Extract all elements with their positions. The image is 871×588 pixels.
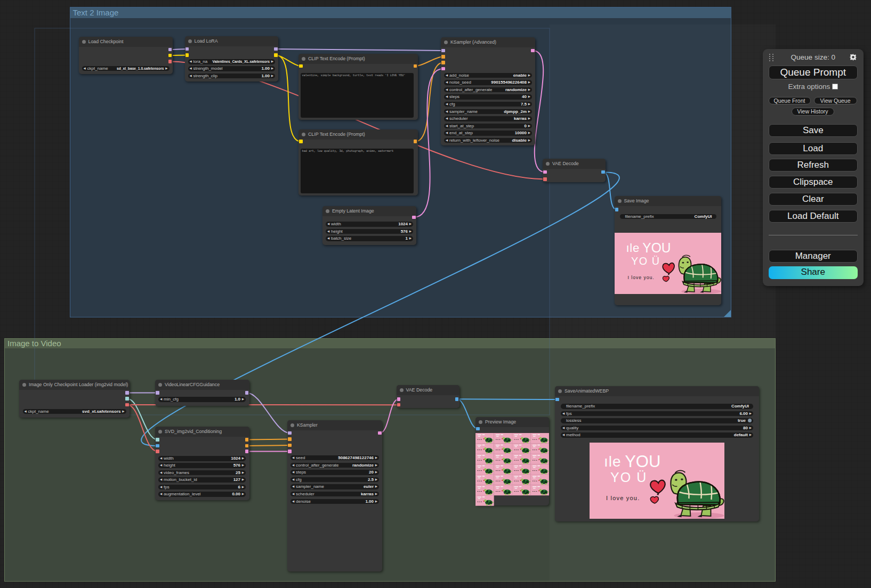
svg-text:ıle: ıle [604,453,622,470]
svg-text:YO Ü: YO Ü [610,470,647,485]
svg-text:YO Ü: YO Ü [631,255,660,266]
svg-text:I love you.: I love you. [627,274,654,280]
svg-text:I love you.: I love you. [606,495,640,501]
svg-text:YOU: YOU [642,240,671,255]
svg-text:ıle: ıle [626,241,640,255]
svg-text:YOU: YOU [625,452,660,471]
